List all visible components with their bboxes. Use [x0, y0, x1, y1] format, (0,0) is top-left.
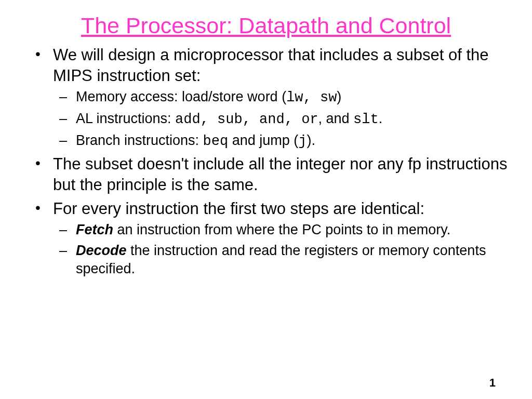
- sub-text: ): [337, 89, 341, 104]
- code-text: lw, sw: [286, 90, 337, 105]
- sub-bullet-list: Memory access: load/store word (lw, sw) …: [53, 88, 511, 151]
- sub-text: Branch instructions:: [76, 132, 203, 148]
- page-number: 1: [489, 376, 496, 390]
- sub-text: Memory access: load/store word (: [76, 89, 286, 104]
- sub-text: the instruction and read the registers o…: [76, 243, 486, 277]
- sub-text: AL instructions:: [76, 111, 175, 126]
- sub-text: , and: [318, 111, 354, 126]
- sub-bullet-item: Fetch an instruction from where the PC p…: [53, 221, 511, 240]
- bullet-text: We will design a microprocessor that inc…: [53, 46, 489, 85]
- bullet-list: We will design a microprocessor that inc…: [21, 45, 511, 278]
- sub-bullet-item: Decode the instruction and read the regi…: [53, 242, 511, 278]
- bullet-text: The subset doesn't include all the integ…: [53, 155, 507, 194]
- sub-text: and jump (: [228, 132, 298, 148]
- sub-text: an instruction from where the PC points …: [113, 222, 450, 237]
- code-text: add, sub, and, or: [175, 112, 318, 127]
- sub-bullet-list: Fetch an instruction from where the PC p…: [53, 221, 511, 278]
- sub-text: .: [379, 111, 383, 126]
- bullet-text: For every instruction the first two step…: [53, 200, 424, 218]
- sub-bullet-item: Memory access: load/store word (lw, sw): [53, 88, 511, 108]
- bullet-item: For every instruction the first two step…: [21, 198, 511, 279]
- bullet-item: We will design a microprocessor that inc…: [21, 45, 511, 151]
- bullet-item: The subset doesn't include all the integ…: [21, 154, 511, 195]
- sub-bullet-item: Branch instructions: beq and jump (j).: [53, 131, 511, 151]
- code-text: slt: [353, 112, 379, 127]
- slide-title: The Processor: Datapath and Control: [21, 13, 511, 38]
- code-text: beq: [203, 134, 229, 149]
- code-text: j: [298, 134, 307, 149]
- sub-bullet-item: AL instructions: add, sub, and, or, and …: [53, 110, 511, 129]
- emphasis-text: Decode: [76, 243, 127, 258]
- sub-text: ).: [307, 132, 316, 148]
- emphasis-text: Fetch: [76, 222, 113, 237]
